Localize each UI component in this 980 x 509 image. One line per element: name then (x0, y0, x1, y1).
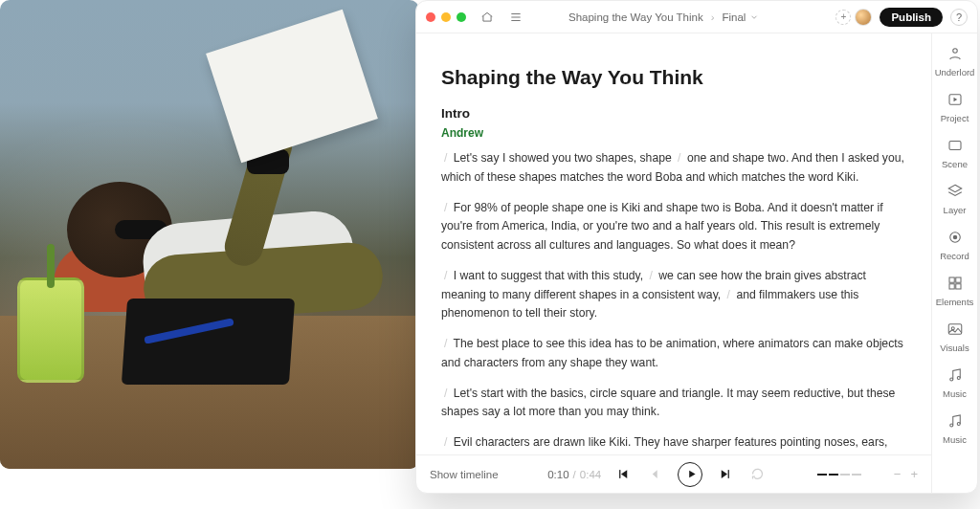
svg-rect-9 (948, 324, 962, 335)
rail-item-label: Layer (944, 205, 967, 215)
share-controls: + (835, 9, 872, 26)
svg-point-12 (957, 377, 960, 380)
rail-item-music2[interactable]: Music (934, 412, 976, 445)
prev-frame-button[interactable] (645, 464, 666, 485)
svg-rect-6 (955, 277, 960, 282)
rail-item-underlord[interactable]: Underlord (934, 45, 976, 77)
svg-rect-16 (727, 470, 728, 478)
segment-separator-icon: / (441, 387, 450, 400)
svg-rect-2 (949, 142, 961, 150)
rail-item-label: Music (943, 434, 967, 445)
segment-separator-icon: / (441, 269, 450, 282)
rail-item-label: Visuals (940, 343, 969, 353)
document-content: Shaping the Way You Think Intro Andrew /… (416, 33, 931, 454)
segment-separator-icon: / (441, 151, 450, 165)
loop-button[interactable] (746, 464, 768, 485)
add-collaborator-button[interactable]: + (835, 10, 851, 25)
transcript-paragraph[interactable]: / Let's start with the basics, circle sq… (441, 385, 906, 423)
rail-item-elements[interactable]: Elements (934, 275, 976, 307)
window-controls (426, 12, 466, 22)
chevron-right-icon: › (711, 11, 715, 23)
speaker-name[interactable]: Andrew (441, 126, 906, 140)
rail-item-layer[interactable]: Layer (934, 183, 976, 215)
svg-rect-15 (619, 470, 620, 478)
rail-item-scene[interactable]: Scene (934, 137, 976, 169)
window-close-button[interactable] (426, 12, 435, 22)
skip-forward-button[interactable] (714, 464, 735, 485)
avatar[interactable] (855, 9, 872, 26)
segment-separator-icon: / (441, 435, 450, 449)
app-window: Shaping the Way You Think › Final + Publ… (415, 0, 978, 494)
record-icon (947, 229, 964, 248)
home-button[interactable] (478, 8, 497, 27)
rail-item-label: Music (943, 388, 967, 399)
breadcrumb: Shaping the Way You Think › Final (568, 11, 759, 23)
svg-point-0 (952, 49, 957, 54)
rail-item-label: Scene (942, 159, 968, 169)
play-button[interactable] (678, 462, 702, 487)
visuals-icon (947, 321, 964, 340)
zoom-controls: − + (894, 467, 918, 481)
zoom-out-button[interactable]: − (894, 467, 902, 481)
transcript-segment[interactable]: Let's start with the basics, circle squa… (441, 387, 895, 419)
skip-back-button[interactable] (612, 464, 634, 485)
transcript-paragraph[interactable]: / Let's say I showed you two shapes, sha… (441, 149, 906, 188)
segment-separator-icon: / (441, 201, 450, 214)
segment-separator-icon: / (646, 269, 655, 282)
zoom-in-button[interactable]: + (910, 467, 918, 481)
volume-control[interactable] (817, 474, 861, 476)
publish-button[interactable]: Publish (880, 8, 943, 27)
music-icon (947, 366, 964, 386)
underlord-icon (947, 45, 964, 64)
svg-point-13 (949, 424, 952, 427)
breadcrumb-stage-label: Final (723, 11, 746, 23)
time-current: 0:10 (547, 469, 568, 480)
rail-item-visuals[interactable]: Visuals (934, 321, 976, 353)
help-button[interactable]: ? (950, 9, 968, 26)
volume-bars-icon (817, 474, 861, 476)
transcript-segment[interactable]: Evil characters are drawn like Kiki. The… (441, 435, 887, 454)
svg-point-11 (949, 378, 952, 381)
transcript-paragraph[interactable]: / I want to suggest that with this study… (441, 267, 906, 323)
rail-item-record[interactable]: Record (934, 229, 976, 261)
elements-icon (947, 275, 964, 294)
segment-separator-icon: / (724, 288, 733, 301)
layer-icon (947, 183, 964, 202)
hero-photo (0, 0, 419, 469)
svg-rect-5 (949, 277, 954, 282)
rail-item-label: Project (941, 113, 969, 123)
footer: Show timeline 0:10 / 0:44 − (416, 454, 931, 493)
svg-point-10 (951, 327, 954, 330)
transcript-segment[interactable]: For 98% of people shape one is Kiki and … (441, 201, 883, 253)
show-timeline-toggle[interactable]: Show timeline (430, 469, 499, 480)
breadcrumb-stage[interactable]: Final (723, 11, 760, 23)
scene-icon (947, 137, 964, 156)
transcript-paragraph[interactable]: / The best place to see this idea has to… (441, 335, 906, 373)
svg-point-14 (957, 423, 960, 426)
window-zoom-button[interactable] (457, 12, 466, 22)
svg-point-4 (952, 235, 957, 240)
svg-rect-7 (949, 284, 954, 289)
rail-item-music[interactable]: Music (934, 366, 976, 399)
rail-item-project[interactable]: Project (934, 91, 976, 123)
transcript-paragraph[interactable]: / Evil characters are drawn like Kiki. T… (441, 433, 906, 454)
transport-controls: 0:10 / 0:44 (547, 462, 768, 487)
menu-button[interactable] (506, 8, 525, 27)
page-title: Shaping the Way You Think (441, 66, 906, 89)
transcript-segment[interactable]: Let's say I showed you two shapes, shape (454, 151, 672, 165)
rail-item-label: Record (940, 251, 969, 261)
segment-separator-icon: / (441, 337, 450, 350)
breadcrumb-doc[interactable]: Shaping the Way You Think (568, 11, 703, 23)
time-separator: / (573, 469, 576, 480)
rail-item-label: Elements (936, 297, 974, 307)
time-total: 0:44 (580, 469, 601, 480)
svg-rect-8 (955, 284, 960, 289)
chevron-down-icon (749, 12, 759, 22)
transcript-segment[interactable]: The best place to see this idea has to b… (441, 337, 903, 369)
section-title: Intro (441, 106, 906, 121)
transcript-paragraph[interactable]: / For 98% of people shape one is Kiki an… (441, 199, 906, 255)
titlebar: Shaping the Way You Think › Final + Publ… (416, 1, 977, 33)
transcript-segment[interactable]: I want to suggest that with this study, (454, 269, 643, 282)
window-minimize-button[interactable] (441, 12, 451, 22)
music2-icon (947, 412, 964, 432)
